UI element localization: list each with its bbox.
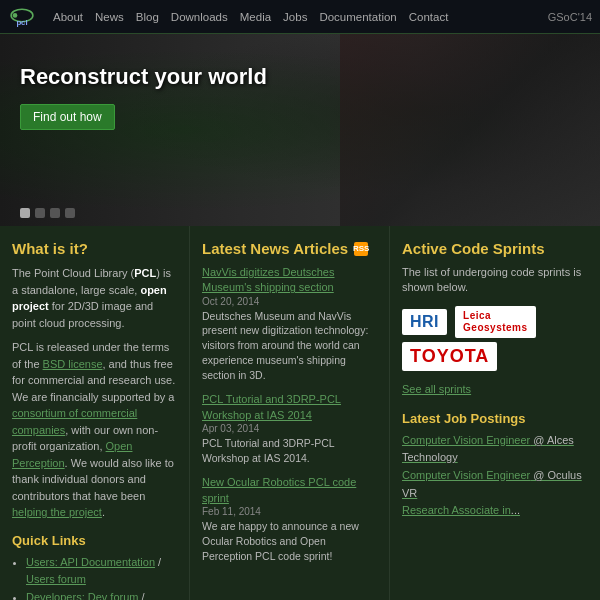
nav-documentation[interactable]: Documentation	[314, 9, 401, 25]
column-middle: Latest News Articles RSS NavVis digitize…	[190, 226, 390, 600]
column-right: Active Code Sprints The list of undergoi…	[390, 226, 600, 600]
hero-section: Reconstruct your world Find out how	[0, 34, 600, 226]
leica-logo: LeicaGeosystems	[455, 306, 535, 338]
consortium-link[interactable]: consortium of commercial companies	[12, 407, 137, 436]
helping-link[interactable]: helping the project	[12, 506, 102, 518]
job-item-2[interactable]: Computer Vision Engineer @ Oculus VR	[402, 467, 588, 502]
nav-blog[interactable]: Blog	[131, 9, 164, 25]
job-item-1[interactable]: Computer Vision Engineer @ Alces Technol…	[402, 432, 588, 467]
sprints-desc: The list of undergoing code sprints is s…	[402, 265, 588, 296]
hero-dot-2[interactable]	[35, 208, 45, 218]
see-all-sprints-link[interactable]: See all sprints	[402, 379, 588, 399]
news-item-1-title[interactable]: NavVis digitizes Deutsches Museum's ship…	[202, 265, 377, 296]
hri-logo: HRI	[402, 309, 447, 335]
job-2-suffix: @ Oculus VR	[402, 469, 582, 499]
gsoc-badge[interactable]: GSoC'14	[548, 11, 592, 23]
news-item-3-date: Feb 11, 2014	[202, 506, 377, 517]
toyota-logo: TOYOTA	[402, 342, 497, 371]
nav-news[interactable]: News	[90, 9, 129, 25]
news-item-1: NavVis digitizes Deutsches Museum's ship…	[202, 265, 377, 382]
main-content: What is it? The Point Cloud Library (PCL…	[0, 226, 600, 600]
dev-forum-link[interactable]: Developers: Dev forum	[26, 591, 139, 600]
main-nav: About News Blog Downloads Media Jobs Doc…	[48, 9, 548, 25]
news-item-3: New Ocular Robotics PCL code sprint Feb …	[202, 475, 377, 563]
bsd-link[interactable]: BSD license	[43, 358, 103, 370]
quick-link-devs: Developers: Dev forum / Github	[26, 589, 177, 600]
hero-background	[0, 34, 600, 226]
sponsor-logos: HRI LeicaGeosystems TOYOTA	[402, 306, 588, 371]
news-item-2-date: Apr 03, 2014	[202, 423, 377, 434]
pcl-logo-icon: pcl	[8, 7, 36, 27]
logo-area[interactable]: pcl	[8, 7, 40, 27]
hero-dot-4[interactable]	[65, 208, 75, 218]
jobs-title: Latest Job Postings	[402, 411, 588, 426]
sprints-title: Active Code Sprints	[402, 240, 588, 257]
nav-about[interactable]: About	[48, 9, 88, 25]
api-docs-link[interactable]: Users: API Documentation	[26, 556, 155, 568]
hero-title: Reconstruct your world	[20, 64, 267, 90]
nav-downloads[interactable]: Downloads	[166, 9, 233, 25]
users-forum-link[interactable]: Users forum	[26, 573, 86, 585]
column-left: What is it? The Point Cloud Library (PCL…	[0, 226, 190, 600]
site-header: pcl About News Blog Downloads Media Jobs…	[0, 0, 600, 34]
nav-jobs[interactable]: Jobs	[278, 9, 312, 25]
job-item-3[interactable]: Research Associate in...	[402, 502, 588, 520]
what-para-1: The Point Cloud Library (PCL) is a stand…	[12, 265, 177, 331]
news-header: Latest News Articles RSS	[202, 240, 377, 257]
hero-dots	[20, 208, 75, 218]
job-1-suffix: @ Alces Technology	[402, 434, 574, 464]
quick-link-users: Users: API Documentation / Users forum	[26, 554, 177, 589]
quick-links-title: Quick Links	[12, 533, 177, 548]
news-item-1-date: Oct 20, 2014	[202, 296, 377, 307]
news-item-2-desc: PCL Tutorial and 3DRP-PCL Workshop at IA…	[202, 436, 377, 465]
what-is-it-title: What is it?	[12, 240, 177, 257]
news-item-2: PCL Tutorial and 3DRP-PCL Workshop at IA…	[202, 392, 377, 465]
news-item-2-title[interactable]: PCL Tutorial and 3DRP-PCL Workshop at IA…	[202, 392, 377, 423]
hero-image	[340, 34, 600, 226]
find-out-button[interactable]: Find out how	[20, 104, 115, 130]
quick-links-list: Users: API Documentation / Users forum D…	[12, 554, 177, 601]
nav-contact[interactable]: Contact	[404, 9, 454, 25]
sponsor-row-2: TOYOTA	[402, 342, 588, 371]
news-item-1-desc: Deutsches Museum and NavVis present new …	[202, 309, 377, 382]
news-item-3-desc: We are happy to announce a new Ocular Ro…	[202, 519, 377, 563]
open-perception-link[interactable]: Open Perception	[12, 440, 132, 469]
sponsor-row-1: HRI LeicaGeosystems	[402, 306, 588, 338]
job-3-suffix: ...	[511, 504, 520, 516]
rss-icon[interactable]: RSS	[354, 242, 368, 256]
nav-media[interactable]: Media	[235, 9, 276, 25]
hero-dot-3[interactable]	[50, 208, 60, 218]
news-item-3-title[interactable]: New Ocular Robotics PCL code sprint	[202, 475, 377, 506]
news-title: Latest News Articles	[202, 240, 348, 257]
svg-text:pcl: pcl	[16, 17, 27, 26]
what-para-2: PCL is released under the terms of the B…	[12, 339, 177, 521]
hero-dot-1[interactable]	[20, 208, 30, 218]
